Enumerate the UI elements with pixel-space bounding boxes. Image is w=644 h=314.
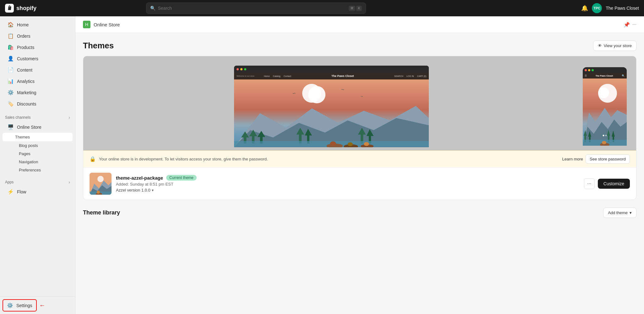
svg-point-42	[97, 191, 100, 194]
dev-banner-actions: Learn more See store password	[562, 154, 630, 164]
phone-bar	[583, 67, 627, 73]
customers-icon: 👤	[8, 56, 14, 62]
sidebar-item-navigation[interactable]: Navigation	[3, 158, 73, 166]
page-header-actions: 📌 ···	[624, 22, 636, 28]
sidebar-item-content-label: Content	[17, 68, 32, 73]
see-store-password-button[interactable]: See store password	[586, 154, 630, 164]
kbd-k: K	[356, 6, 362, 11]
sidebar: 🏠 Home 📋 Orders 🛍️ Products 👤 Customers …	[0, 16, 75, 314]
svg-point-22	[364, 142, 369, 146]
sidebar-item-flow[interactable]: ⚡ Flow	[3, 186, 73, 197]
sales-channels-header: Sales channels ›	[0, 112, 75, 121]
phone-dot-green	[592, 69, 594, 71]
sidebar-item-preferences-label: Preferences	[19, 168, 41, 172]
shopify-bag-icon	[5, 4, 14, 13]
top-nav: shopify 🔍 ⌘ K 🔔 TPC The Paws Closet	[0, 0, 644, 16]
theme-illustration: Welcome to our store Home Catalog Contac…	[234, 73, 429, 147]
current-theme-badge: Current theme	[166, 175, 197, 181]
bird-right: 〜	[341, 88, 344, 92]
phone-dot-inactive	[605, 135, 607, 136]
customize-button[interactable]: Customize	[598, 179, 630, 189]
browser-dot-yellow	[240, 68, 243, 70]
sidebar-item-orders[interactable]: 📋 Orders	[3, 30, 73, 41]
sidebar-item-online-store[interactable]: 🖥️ Online Store	[3, 122, 73, 133]
theme-version: Azzel version 1.0.0 ▾	[116, 188, 580, 192]
sidebar-item-pages[interactable]: Pages	[3, 150, 73, 158]
sidebar-item-blog-posts[interactable]: Blog posts	[3, 142, 73, 149]
sidebar-item-navigation-label: Navigation	[19, 160, 38, 164]
sidebar-item-home[interactable]: 🏠 Home	[3, 19, 73, 30]
sidebar-item-preferences[interactable]: Preferences	[3, 166, 73, 174]
thumb-svg	[90, 173, 112, 195]
flow-icon: ⚡	[8, 189, 14, 195]
theme-more-actions-button[interactable]: ···	[584, 178, 595, 189]
content-area: Themes 👁 View your store	[75, 33, 644, 225]
sidebar-item-products[interactable]: 🛍️ Products	[3, 42, 73, 53]
search-bar[interactable]: 🔍 ⌘ K	[146, 3, 366, 14]
settings-item[interactable]: ⚙️ Settings	[3, 299, 37, 311]
mountains-svg	[234, 99, 429, 147]
more-dots-icon: ···	[587, 181, 591, 187]
lock-icon: 🔒	[90, 156, 96, 162]
dev-banner: 🔒 Your online store is in development. T…	[83, 150, 636, 167]
orders-icon: 📋	[8, 33, 14, 39]
store-name: The Paws Closet	[606, 6, 639, 11]
sidebar-item-discounts[interactable]: 🏷️ Discounts	[3, 98, 73, 109]
sidebar-item-blog-posts-label: Blog posts	[19, 143, 38, 148]
dev-banner-text: Your online store is in development. To …	[99, 157, 268, 161]
bird-left: 〜	[292, 91, 296, 96]
sidebar-item-marketing-label: Marketing	[17, 90, 36, 95]
phone-nav-bar: ☰ The Paws Closet 🔍	[583, 73, 627, 78]
sales-channels-label: Sales channels	[5, 115, 30, 120]
logo-text: shopify	[16, 5, 36, 12]
pin-icon[interactable]: 📌	[624, 22, 630, 28]
sidebar-item-home-label: Home	[17, 22, 29, 27]
store-logo-nav: The Paws Closet	[331, 74, 354, 78]
browser-dot-red	[237, 68, 239, 70]
browser-frame: Welcome to our store Home Catalog Contac…	[234, 66, 429, 147]
browser-content: Welcome to our store Home Catalog Contac…	[234, 73, 429, 147]
svg-point-40	[97, 176, 104, 182]
online-store-header-icon: H	[83, 21, 90, 28]
sidebar-item-pages-label: Pages	[19, 151, 30, 156]
themes-header: Themes 👁 View your store	[83, 41, 636, 51]
browser-bar	[234, 66, 429, 73]
theme-name: theme-azzel-package	[116, 175, 163, 181]
avatar[interactable]: TPC	[592, 3, 602, 13]
header-more-icon[interactable]: ···	[632, 22, 636, 28]
sidebar-item-customers[interactable]: 👤 Customers	[3, 53, 73, 64]
sidebar-item-analytics[interactable]: 📊 Analytics	[3, 76, 73, 87]
phone-store-name: The Paws Closet	[596, 75, 613, 77]
sidebar-item-discounts-label: Discounts	[17, 101, 36, 106]
version-chevron-icon: ▾	[152, 188, 154, 192]
phone-content: ☰ The Paws Closet 🔍	[583, 73, 627, 146]
nav-cart: CART (0)	[417, 75, 426, 77]
theme-details: theme-azzel-package Current theme Added:…	[116, 175, 580, 192]
learn-more-link[interactable]: Learn more	[562, 157, 583, 161]
theme-preview-card: Welcome to our store Home Catalog Contac…	[83, 56, 636, 200]
desktop-preview: Welcome to our store Home Catalog Contac…	[83, 56, 580, 150]
theme-nav-bar: Welcome to our store Home Catalog Contac…	[234, 73, 429, 79]
apps-label: Apps	[5, 180, 14, 184]
browser-dot-green	[244, 68, 246, 70]
view-store-label: View your store	[604, 43, 632, 48]
phone-dot-yellow	[588, 69, 590, 71]
sidebar-item-content[interactable]: 📄 Content	[3, 64, 73, 75]
view-store-button[interactable]: 👁 View your store	[593, 41, 636, 51]
svg-point-35	[602, 141, 606, 144]
add-theme-chevron-icon: ▾	[630, 210, 632, 215]
phone-dots	[603, 135, 607, 136]
add-theme-button[interactable]: Add theme ▾	[603, 208, 636, 218]
phone-illustration: ☰ The Paws Closet 🔍	[583, 73, 627, 146]
online-store-icon: 🖥️	[8, 124, 14, 130]
sidebar-item-marketing[interactable]: ⚙️ Marketing	[3, 87, 73, 98]
sidebar-item-themes[interactable]: Themes	[3, 133, 73, 141]
search-input[interactable]	[158, 6, 347, 11]
search-kbd: ⌘ K	[349, 6, 362, 11]
app-body: 🏠 Home 📋 Orders 🛍️ Products 👤 Customers …	[0, 16, 644, 314]
notification-bell-icon[interactable]: 🔔	[581, 5, 588, 12]
phone-search-icon: 🔍	[622, 74, 625, 77]
home-icon: 🏠	[8, 22, 14, 28]
nav-home: Home	[264, 75, 270, 77]
logo[interactable]: shopify	[5, 4, 36, 13]
